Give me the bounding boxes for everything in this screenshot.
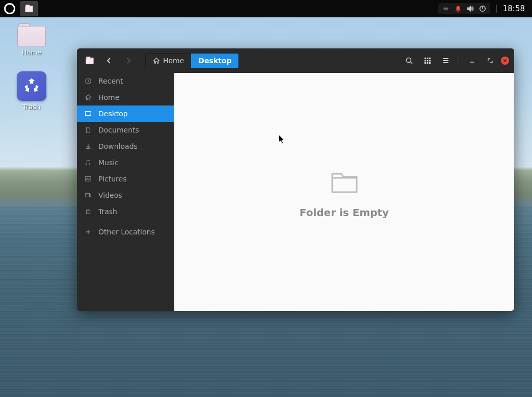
search-button[interactable] — [402, 53, 417, 68]
window-titlebar[interactable]: Home Desktop — [77, 48, 514, 73]
breadcrumb-label: Home — [163, 57, 184, 65]
desktop-icon-label: Trash — [23, 103, 40, 111]
sidebar-item-desktop[interactable]: Desktop — [77, 105, 174, 122]
close-button[interactable] — [501, 57, 509, 65]
back-button[interactable] — [101, 53, 117, 68]
svg-rect-6 — [429, 58, 431, 59]
activities-button[interactable] — [2, 1, 17, 16]
tray-separator — [496, 5, 497, 13]
document-icon — [84, 126, 92, 134]
window-body: Recent Home Desktop Documents Downloads … — [77, 73, 514, 311]
power-icon — [479, 5, 486, 12]
sidebar-item-label: Desktop — [98, 110, 128, 118]
breadcrumb-label: Desktop — [198, 57, 231, 65]
sidebar-item-documents[interactable]: Documents — [77, 122, 174, 138]
activities-icon — [4, 3, 15, 14]
system-tray[interactable] — [438, 3, 490, 14]
folder-icon — [86, 58, 94, 64]
sidebar-item-label: Trash — [98, 207, 117, 216]
minimize-icon — [469, 58, 475, 64]
sidebar-item-label: Home — [98, 93, 119, 101]
sidebar-item-music[interactable]: Music — [77, 154, 174, 171]
sidebar: Recent Home Desktop Documents Downloads … — [77, 73, 174, 311]
breadcrumb-home[interactable]: Home — [146, 54, 191, 68]
breadcrumb-current[interactable]: Desktop — [191, 54, 238, 68]
svg-rect-5 — [427, 58, 429, 59]
sidebar-item-pictures[interactable]: Pictures — [77, 171, 174, 187]
clock-icon — [84, 77, 92, 85]
content-pane[interactable]: Folder is Empty — [174, 73, 514, 311]
forward-button[interactable] — [121, 53, 136, 68]
svg-rect-11 — [427, 62, 429, 64]
svg-point-2 — [407, 58, 411, 63]
plus-icon — [84, 228, 92, 236]
breadcrumb: Home Desktop — [145, 53, 239, 68]
files-app-icon — [25, 6, 33, 12]
desktop-icon-trash[interactable]: Trash — [11, 71, 52, 111]
panel-right: 18:58 — [438, 3, 532, 14]
sidebar-separator — [77, 220, 174, 224]
svg-rect-8 — [427, 60, 429, 62]
desktop-icon-label: Home — [22, 48, 41, 56]
svg-rect-21 — [86, 194, 90, 197]
sidebar-item-label: Other Locations — [98, 228, 155, 236]
maximize-button[interactable] — [483, 53, 498, 68]
sidebar-item-label: Music — [98, 158, 119, 167]
sidebar-item-trash[interactable]: Trash — [77, 203, 174, 220]
video-icon — [84, 191, 92, 199]
desktop-icon-home[interactable]: Home — [11, 23, 52, 56]
notification-bell-icon — [455, 5, 462, 12]
sidebar-item-label: Downloads — [98, 142, 138, 150]
empty-folder-icon — [328, 166, 361, 198]
trash-icon — [84, 207, 92, 216]
svg-rect-12 — [429, 62, 431, 64]
sidebar-item-label: Recent — [98, 77, 123, 85]
home-icon — [153, 57, 160, 64]
sidebar-item-videos[interactable]: Videos — [77, 187, 174, 203]
close-icon — [503, 59, 507, 63]
sidebar-item-label: Videos — [98, 191, 122, 199]
hamburger-icon — [442, 57, 450, 65]
minimize-button[interactable] — [464, 53, 480, 68]
desktop-icon — [84, 110, 92, 118]
home-icon — [84, 93, 92, 101]
svg-rect-4 — [424, 58, 426, 59]
search-icon — [405, 57, 413, 65]
view-grid-button[interactable] — [420, 53, 435, 68]
volume-icon — [467, 5, 474, 12]
file-manager-window: Home Desktop — [77, 48, 514, 311]
svg-rect-9 — [429, 60, 431, 62]
music-icon — [84, 158, 92, 167]
panel-left — [0, 1, 38, 16]
sidebar-item-other-locations[interactable]: Other Locations — [77, 224, 174, 240]
sidebar-item-label: Pictures — [98, 175, 126, 183]
svg-rect-10 — [424, 62, 426, 64]
download-icon — [84, 142, 92, 150]
titlebar-right — [402, 53, 509, 68]
sidebar-item-home[interactable]: Home — [77, 89, 174, 105]
pictures-icon — [84, 175, 92, 183]
recycle-icon — [17, 71, 46, 101]
folder-icon — [17, 23, 46, 46]
svg-rect-7 — [424, 60, 426, 62]
sidebar-item-label: Documents — [98, 126, 139, 134]
svg-rect-18 — [86, 112, 91, 116]
network-icon — [442, 5, 449, 12]
sidebar-item-recent[interactable]: Recent — [77, 73, 174, 89]
grid-icon — [423, 57, 432, 65]
svg-line-3 — [411, 62, 413, 64]
sidebar-item-downloads[interactable]: Downloads — [77, 138, 174, 154]
empty-folder-message: Folder is Empty — [300, 206, 389, 219]
hamburger-menu-button[interactable] — [438, 53, 454, 68]
taskbar-app-files[interactable] — [20, 1, 38, 16]
maximize-icon — [487, 58, 493, 64]
titlebar-separator — [459, 56, 459, 65]
files-app-indicator — [82, 53, 97, 68]
clock[interactable]: 18:58 — [503, 4, 525, 13]
top-panel: 18:58 — [0, 0, 532, 17]
